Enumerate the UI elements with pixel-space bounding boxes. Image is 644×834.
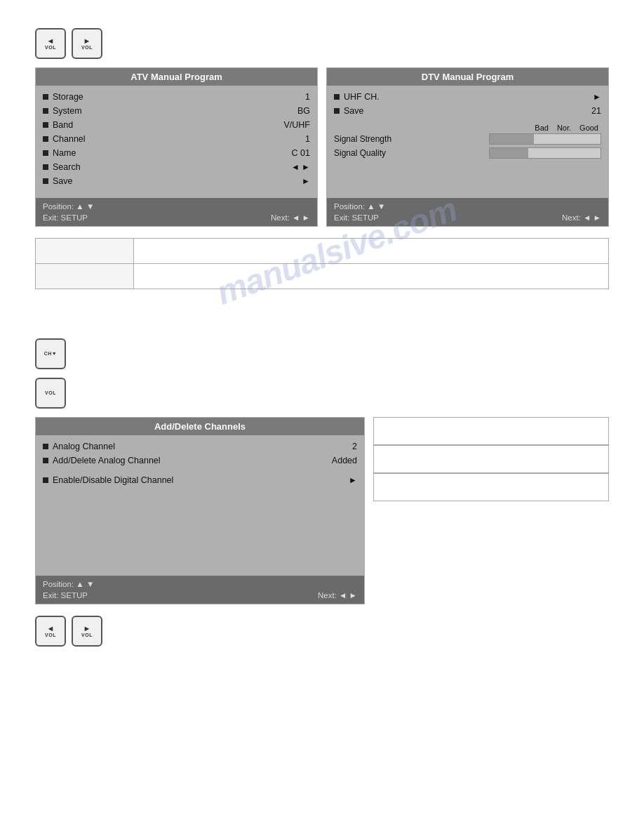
band-label: Band	[53, 120, 73, 130]
add-delete-footer: Position: ▲ ▼ Exit: SETUP Next: ◄ ►	[36, 576, 364, 604]
vol-label2: VOL	[45, 390, 56, 396]
dtv-panel-title: DTV Manual Program	[422, 72, 514, 82]
dtv-save-label: Save	[344, 106, 364, 116]
dtv-save-value: 21	[591, 106, 601, 116]
name-bullet	[43, 150, 48, 156]
ch-button-row: CH▼	[35, 338, 609, 369]
atv-panel-title: ATV Manual Program	[130, 72, 222, 82]
info-table	[35, 238, 609, 289]
atv-save-item[interactable]: Save ►	[43, 174, 310, 188]
vol-button2-row: VOL	[35, 378, 609, 409]
add-delete-analog-label: Add/Delete Analog Channel	[53, 456, 161, 465]
side-box-3	[373, 473, 609, 501]
add-delete-row: Add/Delete Channels Analog Channel 2 Add…	[35, 417, 609, 604]
uhfch-bullet	[334, 94, 340, 100]
channel-value: 1	[305, 134, 310, 144]
channel-label: Channel	[53, 134, 86, 144]
signal-strength-row: Signal Strength	[334, 133, 601, 145]
signal-quality-label: Signal Quality	[334, 148, 386, 158]
atv-panel: ATV Manual Program Storage 1 System BG	[35, 67, 318, 227]
ch-button[interactable]: CH▼	[35, 338, 66, 369]
side-box-1	[373, 417, 609, 445]
enable-disable-bullet	[43, 477, 48, 483]
dtv-panel-header: DTV Manual Program	[327, 68, 608, 86]
save-arrow: ►	[302, 176, 310, 186]
side-boxes	[373, 417, 609, 604]
storage-value: 1	[305, 92, 310, 102]
atv-next-label: Next: ◄ ►	[271, 213, 310, 222]
add-delete-body: Analog Channel 2 Add/Delete Analog Chann…	[36, 435, 364, 576]
dtv-panel-body: UHF CH. ► Save 21 Bad N	[327, 86, 608, 198]
vol-button2[interactable]: VOL	[35, 378, 66, 409]
atv-band-item[interactable]: Band V/UHF	[43, 118, 310, 132]
atv-name-item[interactable]: Name C 01	[43, 146, 310, 160]
signal-quality-bar	[490, 148, 528, 158]
system-bullet	[43, 108, 48, 114]
vol-left-label: VOL	[45, 45, 56, 51]
signal-labels-row: Bad Nor. Good	[334, 124, 601, 132]
add-delete-next-label: Next: ◄ ►	[318, 591, 357, 600]
atv-channel-item[interactable]: Channel 1	[43, 132, 310, 146]
enable-disable-label: Enable/Disable Digital Channel	[53, 475, 173, 485]
atv-panel-footer: Position: ▲ ▼ Exit: SETUP Next: ◄ ►	[36, 198, 317, 226]
atv-search-item[interactable]: Search ◄ ►	[43, 160, 310, 174]
bottom-buttons-row: ◄ VOL ► VOL	[35, 616, 609, 647]
vol-left-icon: ◄	[47, 37, 55, 45]
dtv-next-label: Next: ◄ ►	[562, 213, 601, 222]
bottom-vol-right-button[interactable]: ► VOL	[72, 616, 102, 647]
system-value: BG	[297, 106, 310, 116]
atv-panel-body: Storage 1 System BG Band V/	[36, 86, 317, 198]
band-bullet	[43, 122, 48, 128]
vol-left-button[interactable]: ◄ VOL	[35, 28, 66, 59]
signal-bad-label: Bad	[535, 124, 549, 132]
signal-quality-row: Signal Quality	[334, 147, 601, 159]
table-row	[36, 239, 609, 264]
section-gap	[35, 310, 609, 338]
storage-label: Storage	[53, 92, 83, 102]
add-delete-exit-label: Exit: SETUP	[43, 591, 88, 600]
analog-channel-item[interactable]: Analog Channel 2	[43, 439, 357, 454]
ch-label: CH▼	[44, 351, 58, 357]
side-box-2	[373, 445, 609, 473]
dtv-uhfch-item[interactable]: UHF CH. ►	[334, 90, 601, 104]
signal-strength-bar	[490, 134, 534, 144]
save-label: Save	[53, 176, 73, 186]
uhfch-label: UHF CH.	[344, 92, 380, 102]
system-label: System	[53, 106, 82, 116]
enable-disable-arrow: ►	[349, 475, 357, 485]
search-bullet	[43, 164, 48, 170]
atv-storage-item[interactable]: Storage 1	[43, 90, 310, 104]
signal-good-label: Good	[579, 124, 598, 132]
dtv-panel: DTV Manual Program UHF CH. ► Save 21	[326, 67, 609, 227]
table-row	[36, 264, 609, 289]
dtv-position-label: Position: ▲ ▼	[334, 202, 385, 211]
atv-exit-label: Exit: SETUP	[43, 213, 88, 222]
page-wrapper: ◄ VOL ► VOL ATV Manual Program Storage 1	[0, 0, 644, 675]
table-label-cell-1	[36, 239, 134, 264]
table-content-cell-2	[134, 264, 609, 289]
atv-system-item[interactable]: System BG	[43, 104, 310, 118]
enable-disable-digital-item[interactable]: Enable/Disable Digital Channel ►	[43, 473, 357, 487]
analog-channel-label: Analog Channel	[53, 442, 115, 451]
name-value: C 01	[292, 148, 310, 158]
signal-strength-bar-container	[489, 133, 601, 145]
signal-nor-label: Nor.	[557, 124, 571, 132]
add-delete-position-label: Position: ▲ ▼	[43, 580, 94, 588]
dtv-save-item[interactable]: Save 21	[334, 104, 601, 118]
storage-bullet	[43, 94, 48, 100]
bottom-vol-left-icon: ◄	[47, 624, 55, 633]
bottom-vol-left-button[interactable]: ◄ VOL	[35, 616, 66, 647]
add-delete-analog-item[interactable]: Add/Delete Analog Channel Added	[43, 454, 357, 468]
signal-strength-label: Signal Strength	[334, 134, 391, 144]
add-delete-header: Add/Delete Channels	[36, 418, 364, 435]
atv-panel-header: ATV Manual Program	[36, 68, 317, 86]
table-label-cell-2	[36, 264, 134, 289]
bottom-vol-left-label: VOL	[45, 633, 56, 638]
analog-channel-value: 2	[352, 442, 357, 451]
bottom-vol-right-icon: ►	[83, 624, 91, 633]
signal-quality-bar-container	[489, 147, 601, 159]
vol-right-button[interactable]: ► VOL	[72, 28, 102, 59]
dtv-exit-label: Exit: SETUP	[334, 213, 379, 222]
signal-section: Bad Nor. Good Signal Strength Signal Qua…	[334, 124, 601, 159]
add-delete-panel: Add/Delete Channels Analog Channel 2 Add…	[35, 417, 365, 604]
